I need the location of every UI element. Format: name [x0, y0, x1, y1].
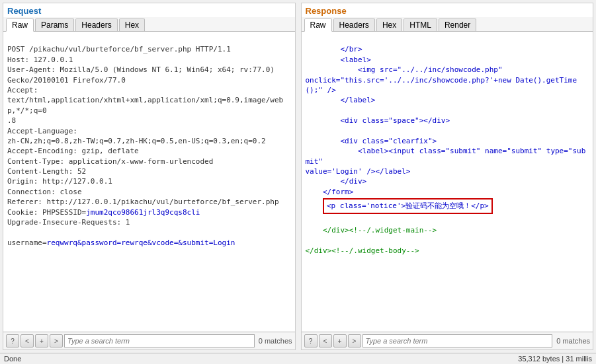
response-match-count: 0 matches	[556, 337, 590, 345]
request-panel: Request Raw Params Headers Hex POST /pik…	[3, 3, 296, 350]
request-tabs: Raw Params Headers Hex	[3, 17, 295, 32]
response-next-button[interactable]: >	[348, 334, 361, 347]
request-line: POST /pikachu/vul/burteforce/bf_server.p…	[7, 45, 283, 246]
response-search-bar: ? < + > 0 matches	[302, 332, 593, 349]
request-prev-button[interactable]: <	[21, 334, 34, 347]
status-right: 35,312 bytes | 31 millis	[518, 355, 592, 363]
response-line: </br> <label> <img src="../../inc/showco…	[306, 45, 586, 254]
request-search-bar: ? < + > 0 matches	[3, 332, 295, 349]
tab-request-raw[interactable]: Raw	[6, 18, 34, 32]
request-title-text: Request	[7, 6, 41, 16]
response-search-input[interactable]	[362, 334, 553, 347]
response-panel: Response Raw Headers Hex HTML Render </b…	[301, 3, 594, 350]
response-prev-button[interactable]: <	[319, 334, 332, 347]
response-tabs: Raw Headers Hex HTML Render	[302, 17, 593, 32]
tab-response-headers[interactable]: Headers	[333, 18, 375, 31]
tab-request-params[interactable]: Params	[35, 18, 74, 31]
response-help-button[interactable]: ?	[304, 334, 318, 347]
tab-response-hex[interactable]: Hex	[376, 18, 402, 31]
tab-response-html[interactable]: HTML	[404, 18, 437, 31]
request-match-count: 0 matches	[259, 337, 292, 345]
response-title-text: Response	[306, 6, 347, 16]
tab-request-headers[interactable]: Headers	[75, 18, 117, 31]
tab-response-render[interactable]: Render	[439, 18, 476, 31]
request-help-button[interactable]: ?	[6, 334, 19, 347]
response-add-button[interactable]: +	[333, 334, 347, 347]
request-content: POST /pikachu/vul/burteforce/bf_server.p…	[3, 32, 295, 332]
tab-request-hex[interactable]: Hex	[119, 18, 145, 31]
status-bar: Done 35,312 bytes | 31 millis	[0, 353, 596, 364]
response-content: </br> <label> <img src="../../inc/showco…	[302, 32, 593, 332]
request-next-button[interactable]: >	[50, 334, 63, 347]
request-title: Request	[3, 3, 295, 17]
tab-response-raw[interactable]: Raw	[304, 18, 332, 32]
notice-highlight: <p class='notice'>验证码不能为空哦！</p>	[323, 198, 493, 213]
response-title: Response	[302, 3, 593, 17]
status-left: Done	[4, 355, 21, 363]
request-search-input[interactable]	[64, 334, 255, 347]
request-add-button[interactable]: +	[35, 334, 48, 347]
